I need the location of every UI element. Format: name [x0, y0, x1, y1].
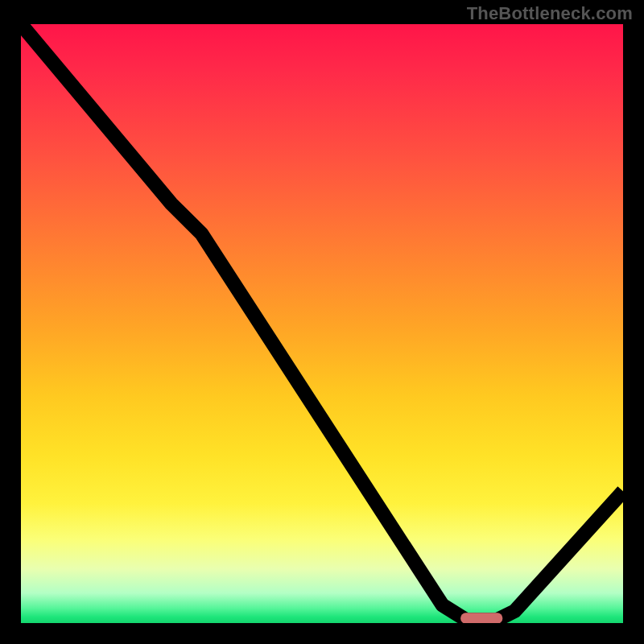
- plot-area: [21, 24, 623, 623]
- watermark-text: TheBottleneck.com: [467, 3, 633, 24]
- chart-frame: TheBottleneck.com: [0, 0, 644, 644]
- chart-overlay: [21, 24, 623, 623]
- bottleneck-curve: [21, 24, 623, 620]
- optimal-marker: [460, 613, 502, 623]
